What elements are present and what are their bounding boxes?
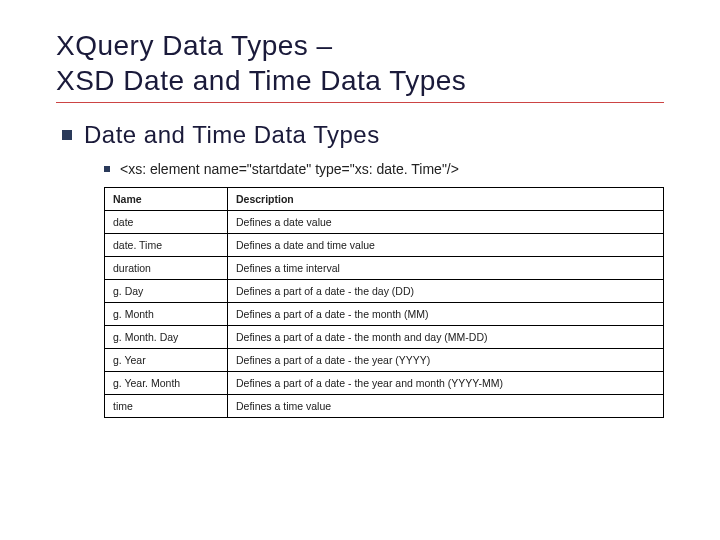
title-line-2: XSD Date and Time Data Types [56,65,466,96]
sub-bullet-row: <xs: element name="startdate" type="xs: … [104,161,664,177]
cell-description: Defines a date and time value [227,234,663,257]
slide-title: XQuery Data Types – XSD Date and Time Da… [56,28,664,98]
cell-name: g. Day [105,280,228,303]
cell-description: Defines a part of a date - the month and… [227,326,663,349]
cell-description: Defines a date value [227,211,663,234]
bullet-square-small-icon [104,166,110,172]
table-header-row: Name Description [105,188,664,211]
cell-description: Defines a part of a date - the day (DD) [227,280,663,303]
cell-description: Defines a part of a date - the month (MM… [227,303,663,326]
table-row: g. Month. Day Defines a part of a date -… [105,326,664,349]
cell-name: g. Month [105,303,228,326]
table-row: time Defines a time value [105,395,664,418]
header-description: Description [227,188,663,211]
cell-name: time [105,395,228,418]
cell-name: g. Year. Month [105,372,228,395]
table-row: date. Time Defines a date and time value [105,234,664,257]
cell-description: Defines a part of a date - the year (YYY… [227,349,663,372]
table-row: g. Day Defines a part of a date - the da… [105,280,664,303]
table-row: duration Defines a time interval [105,257,664,280]
cell-name: g. Month. Day [105,326,228,349]
cell-description: Defines a time interval [227,257,663,280]
table-row: date Defines a date value [105,211,664,234]
slide-content: XQuery Data Types – XSD Date and Time Da… [0,0,720,438]
data-types-table: Name Description date Defines a date val… [104,187,664,418]
header-name: Name [105,188,228,211]
table-row: g. Year. Month Defines a part of a date … [105,372,664,395]
cell-name: duration [105,257,228,280]
cell-name: g. Year [105,349,228,372]
cell-name: date [105,211,228,234]
cell-description: Defines a part of a date - the year and … [227,372,663,395]
table-row: g. Month Defines a part of a date - the … [105,303,664,326]
title-underline [56,102,664,103]
title-line-1: XQuery Data Types – [56,30,333,61]
code-example-text: <xs: element name="startdate" type="xs: … [120,161,459,177]
bullet-square-icon [62,130,72,140]
bullet-row: Date and Time Data Types [62,121,664,149]
subtitle-text: Date and Time Data Types [84,121,380,149]
cell-name: date. Time [105,234,228,257]
cell-description: Defines a time value [227,395,663,418]
table-row: g. Year Defines a part of a date - the y… [105,349,664,372]
